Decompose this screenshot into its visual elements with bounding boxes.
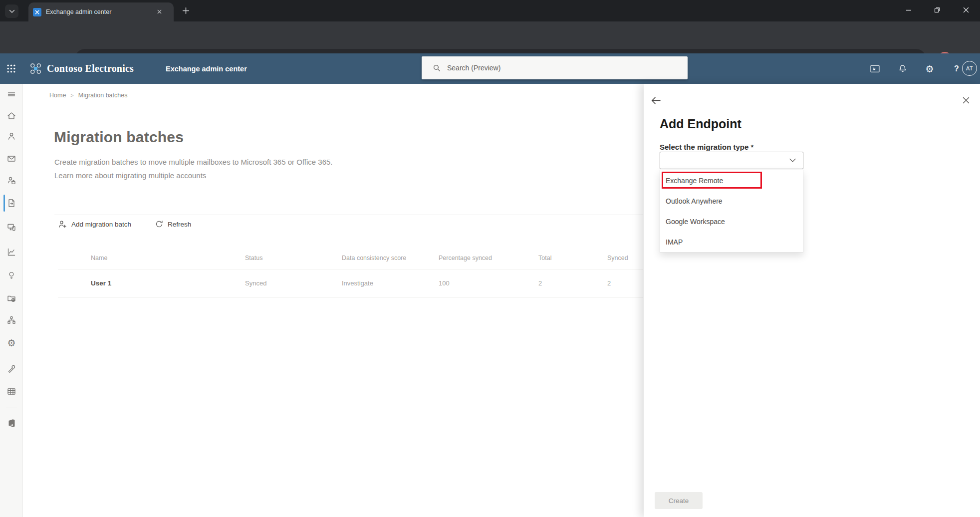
chevron-down-icon [9, 9, 15, 13]
left-nav-sidebar: ⚙ [0, 84, 23, 517]
avatar-initials: AT [966, 65, 973, 71]
page-title: Migration batches [54, 129, 184, 146]
refresh-label: Refresh [168, 221, 191, 228]
sidebar-divider [6, 408, 17, 408]
add-endpoint-panel: Add Endpoint Select the migration type *… [644, 84, 980, 517]
cell-data-consistency-score: Investigate [342, 279, 373, 287]
migration-type-label: Select the migration type * [660, 143, 753, 151]
highlight-box [662, 172, 762, 189]
wrench-icon[interactable] [0, 364, 23, 374]
org-chart-icon[interactable] [0, 315, 23, 325]
window-minimize-button[interactable] [905, 6, 913, 14]
person-icon[interactable] [0, 131, 23, 141]
option-outlook-anywhere[interactable]: Outlook Anywhere [666, 194, 795, 209]
cell-synced: 2 [607, 279, 611, 287]
search-icon [433, 64, 441, 72]
page-description: Create migration batches to move multipl… [54, 158, 332, 166]
screen: Exchange admin center adm [0, 0, 980, 517]
breadcrumb-separator: > [70, 92, 73, 98]
panel-title: Add Endpoint [660, 117, 741, 131]
refresh-icon [155, 220, 164, 229]
tab-title: Exchange admin center [46, 8, 111, 15]
cell-percentage-synced: 100 [439, 279, 450, 287]
learn-more-link[interactable]: Learn more about migrating multiple acco… [54, 171, 206, 180]
table-header-divider [58, 269, 643, 269]
lightbulb-icon[interactable] [0, 270, 23, 280]
window-restore-button[interactable] [933, 6, 941, 14]
column-header-total[interactable]: Total [538, 255, 551, 261]
table-row-divider [58, 297, 643, 298]
search-input[interactable] [446, 63, 668, 72]
settings-gear-icon[interactable]: ⚙ [921, 53, 938, 84]
chevron-down-icon [789, 158, 796, 163]
exchange-favicon [33, 8, 41, 16]
column-header-percentage-synced[interactable]: Percentage synced [439, 255, 492, 261]
hamburger-icon[interactable] [0, 89, 23, 99]
gear-icon[interactable]: ⚙ [0, 337, 23, 348]
breadcrumb: Home > Migration batches [49, 92, 127, 99]
breadcrumb-home-link[interactable]: Home [49, 92, 66, 99]
account-avatar[interactable]: AT [962, 61, 977, 76]
migration-page-icon[interactable] [0, 198, 23, 208]
org-name[interactable]: Contoso Electronics [47, 53, 134, 84]
waffle-menu-icon[interactable] [6, 64, 16, 73]
mail-icon[interactable] [0, 154, 23, 164]
home-icon[interactable] [0, 111, 23, 121]
devices-icon[interactable] [0, 222, 23, 232]
line-chart-icon[interactable] [0, 247, 23, 257]
new-tab-button[interactable] [182, 6, 190, 15]
person-lock-icon[interactable] [0, 176, 23, 186]
toolbar-divider [54, 215, 643, 215]
breadcrumb-current: Migration batches [78, 92, 128, 99]
search-box[interactable] [422, 56, 688, 79]
add-person-icon [58, 220, 67, 229]
folder-globe-icon[interactable] [0, 293, 23, 303]
refresh-button[interactable]: Refresh [155, 220, 191, 229]
column-header-data-consistency-score[interactable]: Data consistency score [342, 255, 406, 261]
browser-tab-strip: Exchange admin center [0, 0, 980, 21]
office-logo-icon[interactable] [0, 418, 23, 428]
table-grid-icon[interactable] [0, 387, 23, 397]
browser-toolbar: admin.exchange.microsoft.com/#/migration… [0, 21, 980, 53]
window-close-button[interactable] [962, 6, 970, 14]
add-migration-batch-label: Add migration batch [71, 221, 131, 228]
option-google-workspace[interactable]: Google Workspace [666, 214, 795, 229]
cell-total: 2 [538, 279, 542, 287]
add-migration-batch-button[interactable]: Add migration batch [58, 220, 131, 229]
tab-search-button[interactable] [5, 4, 18, 18]
powershell-window-icon[interactable] [866, 53, 883, 84]
tab-close-icon[interactable] [156, 8, 163, 15]
panel-close-icon[interactable] [962, 96, 970, 104]
column-header-status[interactable]: Status [245, 255, 262, 261]
cell-status: Synced [245, 279, 266, 287]
browser-tab[interactable]: Exchange admin center [28, 2, 174, 21]
cell-name: User 1 [91, 279, 111, 287]
notifications-bell-icon[interactable] [894, 53, 911, 84]
column-header-synced[interactable]: Synced [607, 255, 628, 261]
panel-back-icon[interactable] [650, 95, 662, 106]
contoso-logo-icon[interactable] [29, 62, 42, 75]
app-name: Exchange admin center [166, 53, 247, 84]
create-button[interactable]: Create [655, 492, 703, 509]
column-header-name[interactable]: Name [91, 255, 107, 261]
migration-type-dropdown[interactable] [660, 152, 803, 169]
option-imap[interactable]: IMAP [666, 235, 795, 250]
suite-header: Contoso Electronics Exchange admin cente… [0, 53, 980, 84]
